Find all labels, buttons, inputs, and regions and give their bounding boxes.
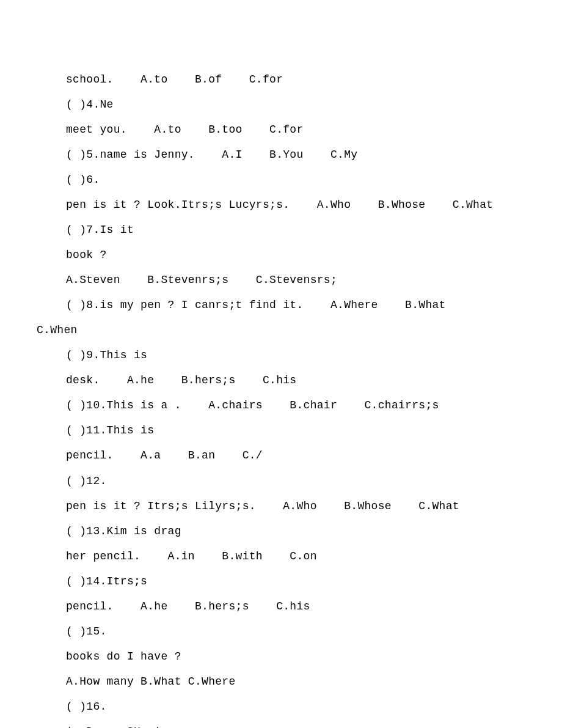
text-line: book ?	[66, 243, 525, 268]
text-line: ( )15.	[66, 619, 525, 644]
text-line: pencil. A.a B.an C./	[66, 443, 525, 468]
text-line: ( )6.	[66, 167, 525, 193]
text-line: ( )10.This is a . A.chairs B.chair C.cha…	[66, 393, 525, 418]
text-line: pencil. A.he B.hers;s C.his	[66, 594, 525, 619]
text-line: ( )8.is my pen ? I canrs;t find it. A.Wh…	[66, 293, 525, 318]
text-line: pen is it ? Itrs;s Lilyrs;s. A.Who B.Who…	[66, 494, 525, 519]
text-line: school. A.to B.of C.for	[66, 67, 525, 92]
text-line: ( )14.Itrs;s	[66, 569, 525, 594]
text-line: ( )11.This is	[66, 418, 525, 443]
text-line: pen is it ? Look.Itrs;s Lucyrs;s. A.Who …	[66, 193, 525, 218]
text-line: desk. A.he B.hers;s C.his	[66, 368, 525, 393]
text-line: A.How many B.What C.Where	[66, 669, 525, 694]
text-line: ( )7.Is it	[66, 218, 525, 243]
text-line: ( )5.name is Jenny. A.I B.You C.My	[66, 142, 525, 167]
text-line: A.Steven B.Stevenrs;s C.Stevensrs;	[66, 268, 525, 293]
text-line: ( )12.	[66, 469, 525, 494]
text-line: C.When	[37, 318, 525, 343]
text-line: ( )4.Ne	[66, 92, 525, 117]
text-line: meet you. A.to B.too C.for	[66, 117, 525, 142]
text-line: her pencil. A.in B.with C.on	[66, 544, 525, 569]
text-line: books do I have ?	[66, 644, 525, 669]
text-line: ( )13.Kim is drag	[66, 519, 525, 544]
text-line: ( )16.	[66, 694, 525, 719]
document-page: school. A.to B.of C.for( )4.Nemeet you. …	[0, 0, 562, 728]
document-body: school. A.to B.of C.for( )4.Nemeet you. …	[66, 67, 525, 728]
text-line: ( )9.This is	[66, 343, 525, 368]
